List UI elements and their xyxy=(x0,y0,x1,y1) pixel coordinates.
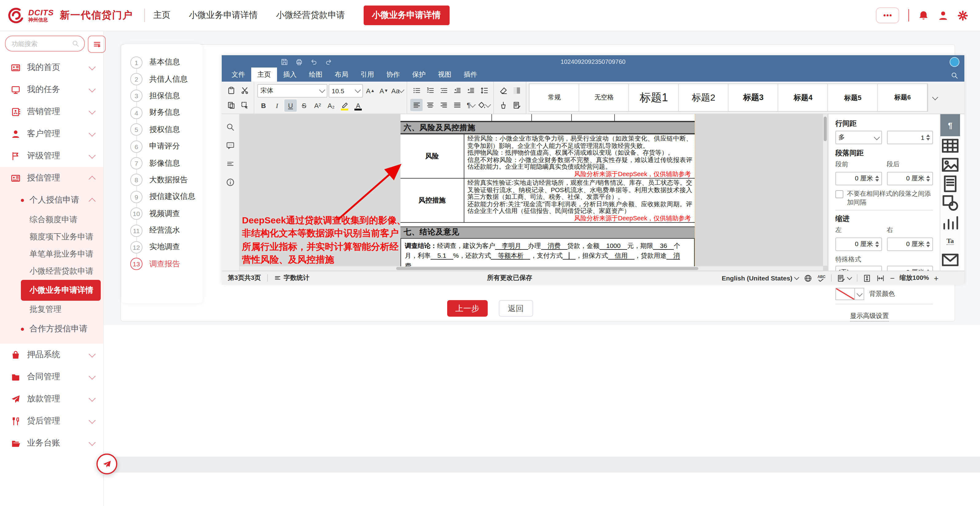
step-item[interactable]: 9 授信建议信息 xyxy=(130,189,203,205)
step-item[interactable]: 10 视频调查 xyxy=(130,205,203,222)
nav-tab[interactable]: 主页 xyxy=(153,10,170,21)
increase-indent-button[interactable] xyxy=(465,84,477,96)
sidebar-item[interactable]: 营销管理 xyxy=(0,101,103,123)
subscript-button[interactable]: A₂ xyxy=(325,99,337,111)
editor-tab[interactable]: 布局 xyxy=(329,68,355,82)
search-icon[interactable] xyxy=(226,123,235,131)
spellcheck-icon[interactable]: ABC xyxy=(818,274,826,282)
print-icon[interactable] xyxy=(296,58,303,65)
vertical-scrollbar[interactable] xyxy=(823,114,827,266)
sidebar-item[interactable]: 额度项下业务申请 xyxy=(0,228,103,246)
superscript-button[interactable]: A² xyxy=(312,99,324,111)
editor-tab[interactable]: 文件 xyxy=(226,68,251,82)
step-item[interactable]: 8 大数据报告 xyxy=(130,171,203,189)
fit-width-icon[interactable] xyxy=(877,274,885,282)
editor-tab[interactable]: 主页 xyxy=(251,68,277,82)
style-cell[interactable]: 标题6 xyxy=(878,84,928,111)
sidebar-item[interactable]: 小微经营贷款申请 xyxy=(0,263,103,280)
sidebar-item[interactable]: 综合额度申请 xyxy=(0,211,103,228)
sidebar-item[interactable]: 业务台账 xyxy=(0,432,103,454)
zoom-out-button[interactable]: − xyxy=(890,273,895,282)
editor-tab[interactable]: 引用 xyxy=(355,68,380,82)
line-spacing-count-stepper[interactable]: 1 xyxy=(887,131,933,144)
shading-fill-button[interactable] xyxy=(478,99,490,111)
indent-left-stepper[interactable]: 0 厘米 xyxy=(835,238,882,251)
sidebar-item[interactable]: 我的任务 xyxy=(0,79,103,101)
feedback-fab-button[interactable] xyxy=(96,454,117,474)
search-input[interactable] xyxy=(10,39,60,48)
align-left-button[interactable] xyxy=(410,99,423,111)
font-name-select[interactable]: 宋体 xyxy=(257,84,328,97)
sidebar-item[interactable]: 合同管理 xyxy=(0,366,103,388)
italic-button[interactable]: I xyxy=(271,99,283,111)
horizontal-scrollbar[interactable] xyxy=(240,266,823,271)
sidebar-item[interactable]: 客户管理 xyxy=(0,123,103,145)
highlight-button[interactable] xyxy=(339,99,351,111)
align-center-button[interactable] xyxy=(424,99,436,111)
chart-icon[interactable] xyxy=(940,213,960,232)
shape-icon[interactable] xyxy=(940,194,960,213)
sidebar-item[interactable]: 押品系统 xyxy=(0,344,103,366)
nav-tab[interactable]: 小微业务申请详情 xyxy=(189,10,258,21)
spacing-after-stepper[interactable]: 0 厘米 xyxy=(887,172,933,186)
justify-button[interactable] xyxy=(451,99,463,111)
sidebar-item[interactable]: 我的首页 xyxy=(0,57,103,79)
underline-button[interactable]: U xyxy=(285,99,297,111)
style-cell[interactable]: 标题4 xyxy=(778,84,828,111)
textart-icon[interactable]: Ta xyxy=(940,232,960,251)
background-color-picker[interactable] xyxy=(835,288,864,300)
sidebar-item[interactable]: 批复管理 xyxy=(0,301,103,318)
sidebar-item[interactable]: 单笔单批业务申请 xyxy=(0,246,103,263)
sidebar-item[interactable]: 评级管理 xyxy=(0,145,103,167)
help-badge-icon[interactable] xyxy=(950,57,959,67)
notifications-bell-icon[interactable] xyxy=(918,10,928,21)
sidebar-collapse-button[interactable] xyxy=(88,36,106,53)
step-item[interactable]: 13 调查报告 xyxy=(130,255,203,273)
style-cell[interactable]: 标题5 xyxy=(828,84,878,111)
change-case-button[interactable]: Aa xyxy=(391,84,404,97)
style-cell[interactable]: 标题1 xyxy=(629,84,679,111)
format-painter-button[interactable] xyxy=(497,99,509,111)
nav-tab[interactable]: 小微经营贷款申请 xyxy=(276,10,345,21)
undo-icon[interactable] xyxy=(310,58,318,65)
align-right-button[interactable] xyxy=(438,99,450,111)
sidebar-item[interactable]: 放款管理 xyxy=(0,388,103,410)
nav-tab[interactable]: 小微业务申请详情 xyxy=(363,6,449,25)
multilevel-list-button[interactable] xyxy=(438,84,450,96)
bullet-list-button[interactable] xyxy=(410,84,423,96)
user-profile-icon[interactable] xyxy=(938,10,948,21)
step-item[interactable]: 4 财务信息 xyxy=(130,104,203,121)
editor-search-icon[interactable] xyxy=(951,72,958,79)
paste-button[interactable] xyxy=(225,84,237,96)
indent-right-stepper[interactable]: 0 厘米 xyxy=(887,238,933,251)
paragraph-marks-button[interactable]: ¶ xyxy=(465,99,477,111)
settings-gear-icon[interactable] xyxy=(957,10,968,21)
style-cell[interactable]: 标题2 xyxy=(679,84,729,111)
outline-icon[interactable] xyxy=(226,160,235,168)
sidebar-item[interactable]: 个人授信申请 xyxy=(0,189,103,211)
comment-icon[interactable] xyxy=(226,141,235,150)
spacing-before-stepper[interactable]: 0 厘米 xyxy=(835,172,882,186)
track-changes-button[interactable] xyxy=(837,274,851,282)
save-icon[interactable] xyxy=(281,58,288,65)
bold-button[interactable]: B xyxy=(257,99,270,111)
conclusion-paragraph[interactable]: 调查结论：经调查，建议为客户李明月办理消费贷款，金额1000元，期限36个月，利… xyxy=(401,239,695,271)
sidebar-item[interactable]: 合作方授信申请 xyxy=(0,318,103,340)
doc-edit-button[interactable] xyxy=(511,99,523,111)
language-select[interactable]: English (United States) xyxy=(722,274,799,282)
editor-tab[interactable]: 保护 xyxy=(406,68,432,82)
step-item[interactable]: 12 实地调查 xyxy=(130,239,203,256)
sidebar-item[interactable]: 贷后管理 xyxy=(0,410,103,432)
same-style-checkbox[interactable] xyxy=(835,190,843,198)
more-menu-button[interactable] xyxy=(876,7,899,23)
editor-tab[interactable]: 视图 xyxy=(432,68,458,82)
shade-button[interactable] xyxy=(511,84,523,96)
back-button[interactable]: 返回 xyxy=(499,300,533,317)
step-item[interactable]: 1 基本信息 xyxy=(130,54,203,71)
document-page[interactable]: 六、风险及风控措施 风险 经营风险：小微企业市场竞争力弱，易受行业波动（如政策变… xyxy=(401,114,695,271)
step-item[interactable]: 5 授权信息 xyxy=(130,121,203,138)
globe-icon[interactable] xyxy=(804,274,812,282)
decrease-indent-button[interactable] xyxy=(451,84,463,96)
select-button[interactable] xyxy=(238,99,251,111)
editor-tab[interactable]: 插入 xyxy=(277,68,303,82)
